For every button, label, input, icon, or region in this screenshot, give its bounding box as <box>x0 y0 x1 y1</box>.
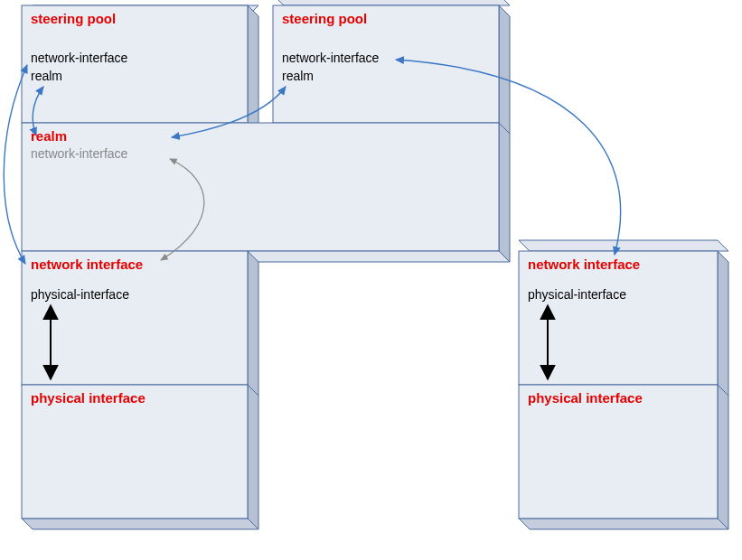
arrow-realm-ni-grey <box>161 159 204 260</box>
realm-field-ni: network-interface <box>31 146 127 161</box>
diagram-canvas: steering pool network-interface realm st… <box>0 0 742 560</box>
box-physical-interface-left <box>22 385 258 529</box>
arrow-ni-left <box>4 65 27 264</box>
physical-interface-right-title: physical interface <box>528 390 643 406</box>
network-interface-right-field-phys: physical-interface <box>528 287 626 302</box>
svg-marker-11 <box>248 385 258 529</box>
box-physical-interface-right <box>519 385 728 529</box>
box-realm <box>22 123 510 262</box>
realm-title: realm <box>31 128 67 144</box>
steering-pool-right-field-ni: network-interface <box>282 51 379 65</box>
steering-pool-left-field-ni: network-interface <box>31 51 127 65</box>
svg-rect-7 <box>22 123 499 251</box>
steering-pool-right-title: steering pool <box>282 11 367 26</box>
svg-marker-6 <box>499 123 510 262</box>
svg-marker-9 <box>248 251 258 396</box>
steering-pool-right-field-realm: realm <box>282 69 314 83</box>
svg-marker-15 <box>718 251 728 396</box>
svg-marker-12 <box>22 518 258 529</box>
svg-marker-14 <box>519 240 728 251</box>
steering-pool-left-title: steering pool <box>31 11 116 26</box>
arrow-realm-right <box>172 87 286 137</box>
physical-interface-left-title: physical interface <box>31 390 146 406</box>
svg-marker-4 <box>499 5 510 134</box>
svg-marker-17 <box>718 385 728 529</box>
arrow-ni-right <box>396 60 621 255</box>
steering-pool-left-field-realm: realm <box>31 69 62 83</box>
svg-marker-8 <box>248 251 510 262</box>
network-interface-right-title: network interface <box>528 257 640 272</box>
box-network-interface-left <box>22 251 510 396</box>
diagram-svg-layer <box>0 0 742 560</box>
svg-marker-18 <box>519 518 728 529</box>
svg-marker-1 <box>248 5 258 134</box>
svg-marker-3 <box>273 0 510 5</box>
network-interface-left-field-phys: physical-interface <box>31 287 129 302</box>
network-interface-left-title: network interface <box>31 257 143 272</box>
